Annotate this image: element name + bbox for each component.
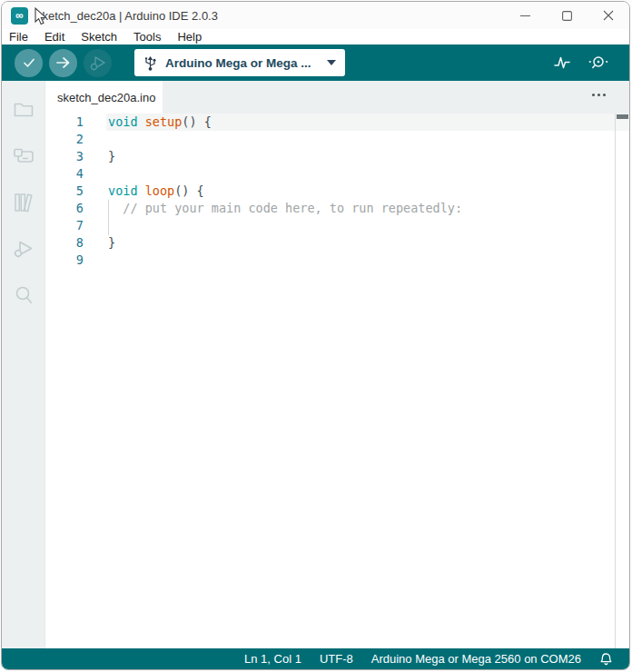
serial-monitor-button[interactable] [588, 54, 609, 71]
sidebar-item-search[interactable] [2, 272, 45, 318]
sidebar-item-sketchbook[interactable] [2, 86, 45, 133]
title-bar[interactable]: ∞ sketch_dec20a | Arduino IDE 2.0.3 [2, 2, 629, 29]
tab-bar: sketch_dec20a.ino [45, 81, 629, 114]
arrow-right-icon [55, 55, 71, 70]
code-line[interactable]: 9 [45, 252, 629, 269]
folder-icon [14, 102, 34, 118]
menu-file[interactable]: File [9, 29, 36, 44]
debug-button[interactable] [84, 49, 112, 77]
line-number: 1 [45, 114, 84, 131]
usb-icon [143, 54, 157, 72]
code-line[interactable]: 2 [45, 131, 629, 148]
line-number: 7 [45, 217, 84, 234]
code-line[interactable]: 6 // put your main code here, to run rep… [45, 200, 629, 217]
code-line[interactable]: 3} [45, 148, 629, 165]
library-icon [13, 193, 35, 212]
menu-bar: File Edit Sketch Tools Help [2, 29, 629, 44]
editor-column: sketch_dec20a.ino 1void setup() {23}45vo… [45, 81, 629, 648]
line-number: 5 [45, 183, 84, 200]
serial-monitor-icon [588, 54, 609, 71]
tab-sketch[interactable]: sketch_dec20a.ino [45, 81, 163, 114]
overview-ruler-cursor-marker [617, 114, 628, 119]
debug-play-icon [88, 54, 108, 72]
board-icon [13, 147, 35, 165]
window-title: sketch_dec20a | Arduino IDE 2.0.3 [36, 9, 218, 23]
minimize-button[interactable] [504, 2, 546, 29]
debug-icon [12, 239, 35, 259]
serial-plotter-icon [553, 54, 571, 71]
arduino-logo-icon: ∞ [11, 7, 28, 25]
encoding[interactable]: UTF-8 [320, 652, 353, 666]
menu-sketch[interactable]: Sketch [73, 29, 125, 44]
line-number: 9 [45, 252, 84, 269]
code-line[interactable]: 4 [45, 165, 629, 183]
tab-overflow-menu[interactable] [592, 94, 606, 96]
line-number: 8 [45, 234, 84, 252]
sidebar-item-library-manager[interactable] [2, 179, 45, 225]
serial-plotter-button[interactable] [553, 54, 571, 71]
activity-sidebar [2, 81, 45, 648]
board-selector[interactable]: Arduino Mega or Mega ... [134, 49, 345, 76]
sidebar-item-boards-manager[interactable] [2, 133, 45, 179]
check-icon [22, 55, 36, 70]
main-area: sketch_dec20a.ino 1void setup() {23}45vo… [2, 81, 629, 648]
chevron-down-icon [327, 60, 336, 65]
mouse-cursor-icon [35, 7, 48, 25]
tab-label: sketch_dec20a.ino [57, 91, 155, 104]
toolbar: Arduino Mega or Mega ... [2, 44, 629, 81]
infinity-glyph: ∞ [15, 10, 24, 21]
code-line[interactable]: 8} [45, 234, 629, 252]
status-bar: Ln 1, Col 1 UTF-8 Arduino Mega or Mega 2… [2, 648, 629, 669]
menu-help[interactable]: Help [169, 29, 210, 44]
board-selector-label: Arduino Mega or Mega ... [165, 56, 311, 70]
menu-tools[interactable]: Tools [125, 29, 169, 44]
code-line[interactable]: 5void loop() { [45, 183, 629, 200]
code-editor[interactable]: 1void setup() {23}45void loop() {6 // pu… [45, 114, 629, 648]
search-icon [14, 285, 34, 305]
maximize-button[interactable] [546, 2, 588, 29]
code-line[interactable]: 1void setup() { [45, 114, 629, 131]
verify-button[interactable] [15, 49, 43, 77]
code-lines: 1void setup() {23}45void loop() {6 // pu… [45, 114, 629, 269]
sidebar-item-debug[interactable] [2, 225, 45, 272]
close-button[interactable] [588, 2, 629, 29]
line-number: 4 [45, 165, 84, 183]
scrollbar-track[interactable] [615, 114, 616, 648]
line-number: 2 [45, 131, 84, 148]
upload-button[interactable] [49, 49, 77, 77]
cursor-position[interactable]: Ln 1, Col 1 [244, 652, 301, 666]
code-line[interactable]: 7 [45, 217, 629, 234]
app-window: ∞ sketch_dec20a | Arduino IDE 2.0.3 File… [1, 1, 630, 670]
menu-edit[interactable]: Edit [36, 29, 73, 44]
line-number: 3 [45, 148, 84, 165]
notification-bell-icon[interactable] [599, 652, 613, 667]
board-port-status[interactable]: Arduino Mega or Mega 2560 on COM26 [371, 652, 581, 666]
line-number: 6 [45, 200, 84, 217]
